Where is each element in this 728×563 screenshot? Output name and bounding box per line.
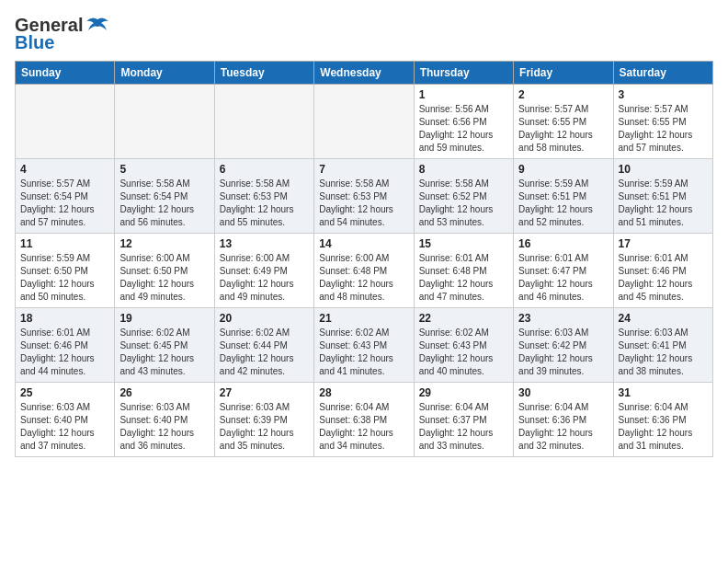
week-row-5: 25Sunrise: 6:03 AM Sunset: 6:40 PM Dayli… [16, 383, 713, 457]
day-number: 14 [319, 237, 408, 250]
day-cell: 17Sunrise: 6:01 AM Sunset: 6:46 PM Dayli… [613, 234, 712, 308]
day-number: 23 [518, 312, 608, 325]
day-info: Sunrise: 6:02 AM Sunset: 6:43 PM Dayligh… [419, 327, 508, 378]
day-cell [115, 85, 214, 159]
day-number: 25 [20, 386, 109, 399]
day-number: 22 [419, 312, 508, 325]
weekday-header-wednesday: Wednesday [314, 62, 414, 85]
weekday-header-saturday: Saturday [613, 62, 712, 85]
day-info: Sunrise: 6:04 AM Sunset: 6:37 PM Dayligh… [419, 401, 508, 453]
day-number: 5 [119, 163, 209, 176]
day-number: 16 [518, 237, 608, 250]
day-info: Sunrise: 5:59 AM Sunset: 6:50 PM Dayligh… [20, 252, 109, 304]
logo-bird-icon [85, 16, 110, 36]
day-cell: 21Sunrise: 6:02 AM Sunset: 6:43 PM Dayli… [314, 308, 414, 383]
day-info: Sunrise: 6:00 AM Sunset: 6:49 PM Dayligh… [220, 252, 309, 304]
day-cell: 7Sunrise: 5:58 AM Sunset: 6:53 PM Daylig… [314, 159, 414, 234]
day-number: 21 [319, 312, 408, 325]
day-cell: 20Sunrise: 6:02 AM Sunset: 6:44 PM Dayli… [214, 308, 313, 383]
day-info: Sunrise: 6:04 AM Sunset: 6:36 PM Dayligh… [619, 401, 708, 453]
day-info: Sunrise: 6:03 AM Sunset: 6:42 PM Dayligh… [518, 327, 608, 378]
day-number: 17 [619, 237, 708, 250]
day-number: 15 [419, 237, 508, 250]
day-number: 10 [619, 163, 708, 176]
week-row-1: 1Sunrise: 5:56 AM Sunset: 6:56 PM Daylig… [16, 85, 713, 159]
logo-blue-text: Blue [15, 32, 54, 53]
day-cell: 5Sunrise: 5:58 AM Sunset: 6:54 PM Daylig… [115, 159, 214, 234]
day-info: Sunrise: 6:03 AM Sunset: 6:41 PM Dayligh… [619, 327, 708, 378]
day-cell: 13Sunrise: 6:00 AM Sunset: 6:49 PM Dayli… [214, 234, 313, 308]
day-info: Sunrise: 5:57 AM Sunset: 6:55 PM Dayligh… [619, 103, 708, 155]
day-info: Sunrise: 6:03 AM Sunset: 6:39 PM Dayligh… [220, 401, 309, 453]
day-cell: 3Sunrise: 5:57 AM Sunset: 6:55 PM Daylig… [613, 85, 712, 159]
day-cell [16, 85, 115, 159]
day-number: 30 [518, 386, 608, 399]
day-cell: 6Sunrise: 5:58 AM Sunset: 6:53 PM Daylig… [214, 159, 313, 234]
day-cell: 25Sunrise: 6:03 AM Sunset: 6:40 PM Dayli… [16, 383, 115, 457]
day-cell: 16Sunrise: 6:01 AM Sunset: 6:47 PM Dayli… [514, 234, 613, 308]
weekday-header-tuesday: Tuesday [214, 62, 313, 85]
day-cell: 28Sunrise: 6:04 AM Sunset: 6:38 PM Dayli… [314, 383, 414, 457]
day-number: 2 [518, 88, 608, 101]
day-info: Sunrise: 6:02 AM Sunset: 6:43 PM Dayligh… [319, 327, 408, 378]
day-number: 19 [119, 312, 209, 325]
day-number: 18 [20, 312, 109, 325]
day-info: Sunrise: 5:58 AM Sunset: 6:53 PM Dayligh… [220, 178, 309, 229]
day-number: 7 [319, 163, 408, 176]
day-number: 28 [319, 386, 408, 399]
day-cell: 18Sunrise: 6:01 AM Sunset: 6:46 PM Dayli… [16, 308, 115, 383]
weekday-header-row: SundayMondayTuesdayWednesdayThursdayFrid… [16, 62, 713, 85]
day-cell: 12Sunrise: 6:00 AM Sunset: 6:50 PM Dayli… [115, 234, 214, 308]
day-number: 12 [119, 237, 209, 250]
week-row-3: 11Sunrise: 5:59 AM Sunset: 6:50 PM Dayli… [16, 234, 713, 308]
day-info: Sunrise: 5:56 AM Sunset: 6:56 PM Dayligh… [419, 103, 508, 155]
day-cell [214, 85, 313, 159]
weekday-header-sunday: Sunday [16, 62, 115, 85]
page-header: General Blue [15, 15, 713, 53]
day-info: Sunrise: 6:01 AM Sunset: 6:47 PM Dayligh… [518, 252, 608, 304]
day-info: Sunrise: 5:58 AM Sunset: 6:52 PM Dayligh… [419, 178, 508, 229]
day-cell: 29Sunrise: 6:04 AM Sunset: 6:37 PM Dayli… [414, 383, 513, 457]
day-info: Sunrise: 6:01 AM Sunset: 6:46 PM Dayligh… [20, 327, 109, 378]
day-info: Sunrise: 5:57 AM Sunset: 6:54 PM Dayligh… [20, 178, 109, 229]
day-info: Sunrise: 6:01 AM Sunset: 6:48 PM Dayligh… [419, 252, 508, 304]
weekday-header-thursday: Thursday [414, 62, 513, 85]
day-number: 20 [220, 312, 309, 325]
day-info: Sunrise: 6:02 AM Sunset: 6:45 PM Dayligh… [119, 327, 209, 378]
day-number: 1 [419, 88, 508, 101]
day-number: 6 [220, 163, 309, 176]
day-number: 26 [119, 386, 209, 399]
day-number: 27 [220, 386, 309, 399]
day-cell: 14Sunrise: 6:00 AM Sunset: 6:48 PM Dayli… [314, 234, 414, 308]
day-info: Sunrise: 6:03 AM Sunset: 6:40 PM Dayligh… [119, 401, 209, 453]
day-info: Sunrise: 6:04 AM Sunset: 6:36 PM Dayligh… [518, 401, 608, 453]
day-number: 13 [220, 237, 309, 250]
day-cell: 31Sunrise: 6:04 AM Sunset: 6:36 PM Dayli… [613, 383, 712, 457]
day-number: 29 [419, 386, 508, 399]
day-number: 11 [20, 237, 109, 250]
week-row-2: 4Sunrise: 5:57 AM Sunset: 6:54 PM Daylig… [16, 159, 713, 234]
day-number: 4 [20, 163, 109, 176]
day-cell: 8Sunrise: 5:58 AM Sunset: 6:52 PM Daylig… [414, 159, 513, 234]
day-cell: 2Sunrise: 5:57 AM Sunset: 6:55 PM Daylig… [514, 85, 613, 159]
week-row-4: 18Sunrise: 6:01 AM Sunset: 6:46 PM Dayli… [16, 308, 713, 383]
day-info: Sunrise: 5:57 AM Sunset: 6:55 PM Dayligh… [518, 103, 608, 155]
logo: General Blue [15, 15, 110, 53]
day-number: 31 [619, 386, 708, 399]
day-number: 24 [619, 312, 708, 325]
day-cell: 10Sunrise: 5:59 AM Sunset: 6:51 PM Dayli… [613, 159, 712, 234]
day-info: Sunrise: 5:58 AM Sunset: 6:53 PM Dayligh… [319, 178, 408, 229]
day-number: 9 [518, 163, 608, 176]
day-cell: 15Sunrise: 6:01 AM Sunset: 6:48 PM Dayli… [414, 234, 513, 308]
day-cell: 11Sunrise: 5:59 AM Sunset: 6:50 PM Dayli… [16, 234, 115, 308]
day-number: 8 [419, 163, 508, 176]
day-info: Sunrise: 5:59 AM Sunset: 6:51 PM Dayligh… [619, 178, 708, 229]
day-info: Sunrise: 5:59 AM Sunset: 6:51 PM Dayligh… [518, 178, 608, 229]
day-cell: 23Sunrise: 6:03 AM Sunset: 6:42 PM Dayli… [514, 308, 613, 383]
day-cell: 4Sunrise: 5:57 AM Sunset: 6:54 PM Daylig… [16, 159, 115, 234]
day-info: Sunrise: 6:00 AM Sunset: 6:50 PM Dayligh… [119, 252, 209, 304]
day-info: Sunrise: 6:00 AM Sunset: 6:48 PM Dayligh… [319, 252, 408, 304]
weekday-header-monday: Monday [115, 62, 214, 85]
weekday-header-friday: Friday [514, 62, 613, 85]
day-cell [314, 85, 414, 159]
